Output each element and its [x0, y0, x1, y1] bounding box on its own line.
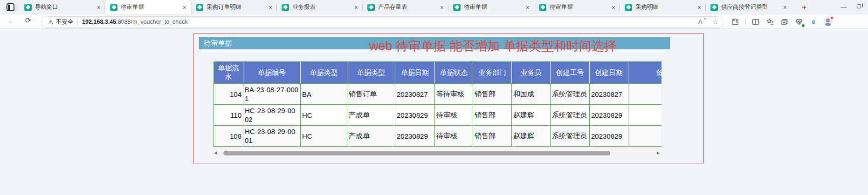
extensions-icon[interactable] — [731, 17, 740, 27]
tab-label: 采购订单明细 — [207, 3, 264, 11]
tab-label: 待审单据 — [550, 3, 607, 11]
cell-creator-id: 系统管理员 — [551, 84, 590, 105]
cell-create-date: 20230827 — [590, 84, 628, 105]
tab-list: 导航窗口 × 待审单据 × 采购订单明细 × 业务报表 × 产品存量表 — [20, 0, 792, 14]
browser-window: 导航窗口 × 待审单据 × 采购订单明细 × 业务报表 × 产品存量表 — [0, 0, 868, 195]
scroll-left-icon[interactable]: ◀ — [212, 151, 219, 155]
omnibox-actions: A ☆ — [698, 18, 718, 26]
scrollbar-thumb[interactable] — [223, 151, 610, 155]
cell-remarks — [628, 105, 661, 126]
col-header-doc-serial: 单据流水 — [214, 61, 243, 84]
back-icon[interactable]: ← — [7, 16, 15, 26]
divider — [18, 4, 18, 11]
split-screen-icon[interactable] — [751, 17, 760, 27]
tab-close-icon[interactable]: × — [525, 4, 530, 11]
tab-close-icon[interactable]: × — [611, 4, 616, 11]
address-bar[interactable]: ⚠ 不安全 192.168.3.45:8088/m_voucher_to_che… — [41, 16, 723, 27]
app-favicon-icon — [453, 4, 461, 11]
new-tab-button[interactable]: + — [798, 1, 810, 13]
cell-remarks — [628, 126, 661, 147]
cell-doc-type-name: 销售订单 — [347, 84, 395, 105]
tab-pending-docs-2[interactable]: 待审单据 × — [448, 0, 534, 14]
cell-doc-type-code: BA — [301, 84, 347, 105]
table-header-row: 单据流水 单据编号 单据类型 单据类型 单据日期 单据状态 业务部门 业务员 创… — [214, 61, 661, 84]
tab-purchase-order-detail[interactable]: 采购订单明细 × — [191, 0, 277, 14]
cell-doc-serial: 108 — [214, 126, 243, 147]
tab-label: 产品存量表 — [378, 3, 436, 11]
tab-close-icon[interactable]: × — [268, 4, 273, 11]
col-header-salesperson: 业务员 — [512, 61, 551, 84]
app-favicon-icon — [282, 4, 289, 11]
toolbar-icons: e — [731, 15, 833, 28]
tab-label: 待审单据 — [121, 3, 179, 11]
tab-pending-docs-3[interactable]: 待审单据 × — [534, 0, 620, 14]
doc-number-link[interactable]: HC-23-08-29-0002 — [243, 105, 301, 126]
cell-business-dept: 销售部 — [473, 105, 512, 126]
pending-documents-table: 单据流水 单据编号 单据类型 单据类型 单据日期 单据状态 业务部门 业务员 创… — [214, 61, 661, 148]
tab-pending-docs[interactable]: 待审单据 × — [105, 0, 191, 14]
url-text: 192.168.3.45:8088/m_voucher_to_check — [82, 19, 188, 25]
page-content: 待审单据 web 待审单据 能否增加 单据类型和时间选择 单据流水 单据编号 单… — [0, 29, 868, 195]
tab-close-icon[interactable]: × — [182, 4, 187, 11]
refresh-icon[interactable]: ⟳ — [25, 16, 31, 25]
tab-product-stock[interactable]: 产品存量表 × — [363, 0, 448, 14]
cell-create-date: 20230829 — [590, 126, 628, 147]
cell-doc-type-name: 产成单 — [347, 126, 395, 147]
tab-actions-icon[interactable] — [7, 3, 14, 11]
table-row: 110 HC-23-08-29-0002 HC 产成单 20230829 待审核… — [214, 105, 661, 126]
table-row: 108 HC-23-08-29-0001 HC 产成单 20230829 待审核… — [214, 126, 661, 147]
profile-avatar[interactable] — [823, 17, 833, 27]
doc-number-link[interactable]: BA-23-08-27-0001 — [243, 84, 301, 105]
tab-label: 采购明细 — [635, 3, 693, 11]
cell-doc-type-code: HC — [301, 105, 347, 126]
app-favicon-icon — [196, 4, 203, 11]
col-header-doc-number: 单据编号 — [243, 61, 301, 84]
divider — [745, 18, 746, 25]
col-header-business-dept: 业务部门 — [473, 61, 512, 84]
add-favorite-icon[interactable]: ☆ — [712, 18, 718, 26]
cell-doc-type-name: 产成单 — [347, 105, 395, 126]
cell-doc-type-code: HC — [301, 126, 347, 147]
app-favicon-icon — [625, 4, 632, 11]
collections-icon[interactable] — [780, 17, 789, 27]
read-aloud-icon[interactable]: A — [698, 19, 705, 25]
col-header-doc-status: 单据状态 — [435, 61, 473, 84]
window-minimize-button[interactable]: — — [837, 1, 850, 13]
tab-business-report[interactable]: 业务报表 × — [277, 0, 363, 14]
horizontal-scrollbar[interactable]: ◀ ▶ — [212, 150, 661, 156]
tab-close-icon[interactable]: × — [696, 4, 702, 11]
tab-supplier-by-reg-type[interactable]: 供应商按登记类型 × — [706, 0, 792, 14]
tab-close-icon[interactable]: × — [353, 4, 359, 11]
browser-essentials-icon[interactable] — [794, 17, 804, 27]
table-row: 104 BA-23-08-27-0001 BA 销售订单 20230827 等待… — [214, 84, 661, 105]
cell-business-dept: 销售部 — [473, 84, 512, 105]
tab-close-icon[interactable]: × — [96, 4, 102, 11]
tab-label: 业务报表 — [292, 3, 350, 11]
tab-purchase-detail[interactable]: 采购明细 × — [620, 0, 706, 14]
window-restore-icon[interactable] — [857, 4, 861, 8]
url-path: :8088/m_voucher_to_check — [116, 19, 188, 25]
tab-nav-window[interactable]: 导航窗口 × — [20, 0, 105, 14]
notification-dot — [830, 16, 834, 20]
tab-label: 导航窗口 — [35, 3, 93, 11]
col-header-doc-type-code: 单据类型 — [301, 61, 347, 84]
cell-doc-status: 待审核 — [435, 126, 473, 147]
cell-salesperson: 赵建辉 — [512, 126, 551, 147]
tab-close-icon[interactable]: × — [439, 4, 445, 11]
security-label[interactable]: 不安全 — [56, 18, 74, 26]
cell-doc-date: 20230829 — [395, 105, 435, 126]
col-header-create-date: 创建日期 — [590, 61, 628, 84]
cell-remarks — [628, 84, 661, 105]
ie-mode-icon[interactable]: e — [809, 17, 818, 27]
not-secure-warning-icon: ⚠ — [48, 19, 54, 25]
doc-number-link[interactable]: HC-23-08-29-0001 — [243, 126, 301, 147]
scrollbar-track[interactable] — [219, 150, 655, 156]
cell-creator-id: 系统管理员 — [551, 126, 590, 147]
favorites-list-icon[interactable] — [765, 17, 775, 27]
scroll-right-icon[interactable]: ▶ — [655, 151, 661, 155]
cell-creator-id: 系统管理员 — [551, 105, 590, 126]
cell-doc-serial: 104 — [214, 84, 243, 105]
col-header-remarks: 备注 — [628, 61, 661, 84]
tab-close-icon[interactable]: × — [782, 4, 788, 11]
col-header-creator-id: 创建工号 — [551, 61, 590, 84]
